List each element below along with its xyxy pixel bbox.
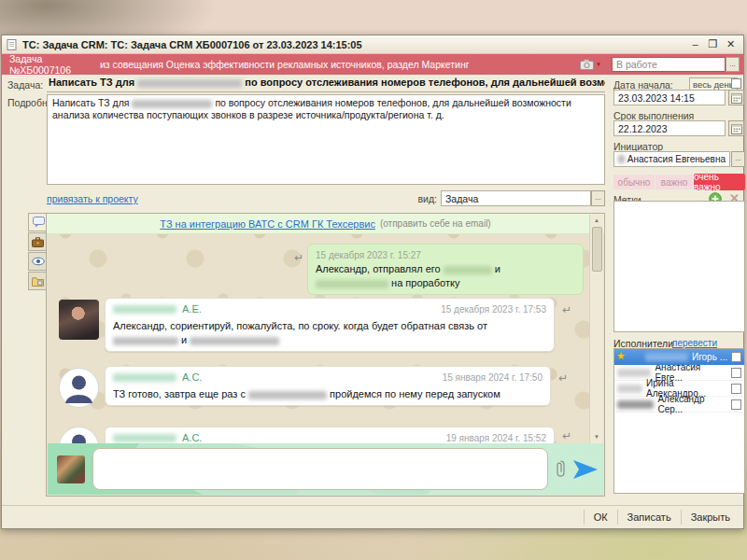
task-number: Задача №ХБ0007106 — [9, 53, 100, 76]
priority-important[interactable]: важно — [655, 175, 693, 189]
tab-discussion[interactable] — [28, 213, 48, 231]
executor-name: Игорь ... — [692, 352, 727, 362]
minimize-button[interactable]: – — [687, 37, 703, 51]
executor-checkbox[interactable] — [731, 384, 741, 394]
scrollbar-thumb[interactable] — [592, 227, 602, 272]
redacted-text — [617, 385, 642, 393]
initiator-name: Анастасия Евгеньевна — [627, 154, 726, 164]
initiator-more-button[interactable]: ... — [731, 151, 745, 167]
redacted-text — [190, 337, 279, 345]
message-time: 15 декабря 2023 г. 17:53 — [441, 302, 546, 316]
redacted-text — [617, 400, 654, 409]
tab-briefcase[interactable] — [28, 232, 47, 251]
redacted-text — [444, 266, 492, 274]
executor-checkbox[interactable] — [731, 352, 741, 362]
close-button[interactable]: ✕ — [723, 37, 739, 51]
priority-normal[interactable]: обычно — [613, 175, 655, 189]
ok-button[interactable]: ОК — [584, 510, 617, 525]
redacted-text — [617, 369, 651, 377]
footer-bar: ОК Записать Закрыть — [2, 505, 743, 528]
executor-name: Александр Сер... — [657, 394, 727, 414]
executor-row[interactable]: Александр Сер... — [614, 397, 744, 413]
reply-icon[interactable]: ↵ — [558, 371, 568, 385]
details-textarea[interactable]: Написать ТЗ для по вопросу отслеживания … — [47, 94, 605, 185]
chat-title-link[interactable]: ТЗ на интеграцию ВАТС с CRM ГК Техсервис — [160, 218, 375, 230]
reply-icon[interactable]: ↵ — [562, 429, 571, 442]
message-input[interactable] — [92, 448, 548, 490]
redacted-text — [113, 305, 176, 314]
redacted-text — [618, 155, 625, 163]
details-text-2: по вопросу отслеживания номеров телефоно… — [52, 97, 571, 120]
executor-checkbox[interactable] — [731, 368, 741, 378]
message-text: Александр, сориентируй, пожалуйста, по с… — [113, 319, 546, 347]
start-date-calendar-button[interactable] — [728, 90, 744, 105]
scroll-down-icon[interactable]: ▼ — [594, 431, 599, 443]
meeting-info: из совещания Оценка эффективности реклам… — [100, 59, 470, 70]
calendar-icon — [731, 92, 742, 104]
star-icon: ★ — [616, 350, 626, 362]
eye-icon — [32, 257, 45, 266]
tags-list[interactable] — [613, 201, 745, 332]
chat-scrollbar[interactable]: ▲ ▼ — [589, 215, 603, 443]
details-text: Написать ТЗ для — [52, 97, 130, 108]
camera-icon — [580, 59, 595, 70]
priority-very-important[interactable]: очень важно — [694, 174, 745, 190]
bind-project-link[interactable]: привязать к проекту — [47, 193, 138, 204]
chat-tab-strip — [28, 213, 47, 291]
window-title: ТС: Задача CRM: ТС: Задача CRM ХБ0007106… — [22, 39, 362, 50]
executor-row[interactable]: ★ Игорь ... — [614, 349, 744, 365]
executors-list: ★ Игорь ... Анастасия Евге... Ирина Алек… — [613, 348, 745, 494]
kind-field[interactable]: Задача — [441, 190, 591, 206]
status-field[interactable]: В работе — [612, 57, 726, 72]
reply-icon[interactable]: ↵ — [294, 251, 303, 264]
deadline-field[interactable]: 22.12.2023 — [613, 120, 726, 136]
reply-icon[interactable]: ↵ — [562, 303, 571, 316]
task-title-field[interactable]: Написать ТЗ для по вопросу отслеживания … — [47, 77, 605, 92]
message-text: Александр, отправлял его и на проработку — [316, 262, 575, 290]
all-day-checkbox[interactable] — [731, 78, 741, 89]
initiator-field[interactable]: Анастасия Евгеньевна — [613, 151, 730, 167]
attach-button[interactable] — [556, 460, 566, 478]
app-window: ТС: Задача CRM: ТС: Задача CRM ХБ0007106… — [1, 35, 744, 529]
task-title-text-2: по вопросу отслеживания номеров телефоно… — [245, 77, 605, 88]
close-window-button[interactable]: Закрыть — [681, 510, 740, 525]
task-title-text: Написать ТЗ для — [49, 77, 134, 88]
task-header-band: Задача №ХБ0007106 из совещания Оценка эф… — [2, 54, 743, 75]
scroll-up-icon[interactable]: ▲ — [594, 215, 599, 227]
redacted-text — [132, 100, 212, 108]
status-more-button[interactable]: ... — [726, 57, 740, 72]
chat-title-note: (отправить себе на email) — [380, 218, 491, 229]
message-text: ТЗ готово, завтра еще раз с пройдемся по… — [113, 387, 543, 401]
chat-message: А.С. 15 января 2024 г. 17:50 ТЗ готово, … — [105, 366, 551, 406]
redacted-text — [645, 353, 688, 361]
kind-more-button[interactable]: ... — [591, 190, 605, 206]
tab-watchers[interactable] — [28, 252, 47, 271]
chat-bubble-icon — [33, 217, 45, 228]
priority-selector: обычно важно очень важно — [613, 174, 745, 190]
chat-header: ТЗ на интеграцию ВАТС с CRM ГК Техсервис… — [47, 214, 604, 234]
redacted-text — [113, 337, 178, 345]
executor-checkbox[interactable] — [731, 399, 741, 410]
maximize-button[interactable]: ❒ — [705, 37, 721, 51]
message-author: А.Е. — [182, 302, 202, 316]
send-button[interactable] — [573, 460, 598, 479]
save-button[interactable]: Записать — [617, 510, 681, 525]
avatar — [59, 300, 99, 340]
camera-action-button[interactable]: ▼ — [577, 58, 604, 71]
person-avatar-icon — [59, 368, 99, 408]
folder-icon — [32, 276, 44, 287]
start-date-field[interactable]: 23.03.2023 14:15 — [613, 90, 726, 105]
briefcase-icon — [32, 237, 44, 247]
all-day-label: весь день — [689, 77, 738, 91]
deadline-calendar-button[interactable] — [728, 120, 744, 136]
chat-message: 15 декабря 2023 г. 15:27 Александр, отпр… — [307, 244, 584, 295]
task-label: Задача: — [7, 79, 43, 91]
tab-files[interactable] — [28, 272, 47, 290]
title-bar: ТС: Задача CRM: ТС: Задача CRM ХБ0007106… — [2, 35, 743, 54]
kind-label: вид: — [403, 193, 437, 204]
redacted-text — [137, 79, 242, 88]
message-time: 15 декабря 2023 г. 15:27 — [316, 248, 575, 262]
paperclip-icon — [556, 460, 566, 478]
window-icon — [7, 39, 18, 50]
chat-message: А.Е. 15 декабря 2023 г. 17:53 Александр,… — [105, 298, 555, 352]
